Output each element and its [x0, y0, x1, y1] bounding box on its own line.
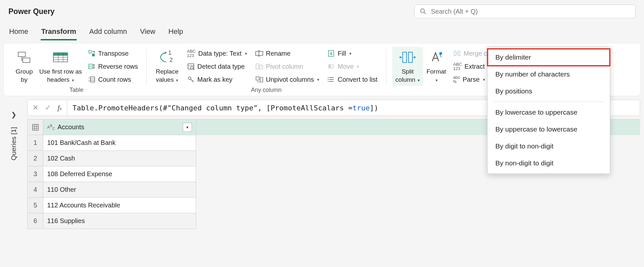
data-type-icon: ABC123: [187, 49, 196, 58]
column-header-label: Accounts: [58, 123, 84, 131]
svg-rect-38: [329, 64, 330, 68]
format-button[interactable]: Format▾: [423, 47, 449, 86]
tab-home[interactable]: Home: [8, 24, 29, 40]
data-cell[interactable]: 108 Deferred Expense: [43, 166, 196, 182]
search-box[interactable]: [414, 5, 636, 18]
tab-view[interactable]: View: [139, 24, 156, 40]
convert-to-list-button[interactable]: Convert to list: [325, 73, 380, 86]
svg-rect-36: [260, 77, 263, 82]
fill-button[interactable]: Fill▾: [325, 47, 380, 60]
row-number[interactable]: 6: [28, 213, 43, 229]
row-number[interactable]: 5: [28, 198, 43, 213]
svg-text:1: 1: [168, 49, 171, 56]
column-header-accounts[interactable]: ABC Accounts ▾: [43, 119, 196, 135]
parse-icon: abc⇆: [453, 75, 460, 84]
row-number[interactable]: 4: [28, 182, 43, 198]
split-column-button[interactable]: Split column ▾: [392, 47, 423, 86]
replace-values-button[interactable]: 12 Replace values ▾: [153, 47, 182, 86]
detect-label: Detect data type: [197, 63, 245, 70]
data-cell[interactable]: 101 Bank/Cash at Bank: [43, 135, 196, 151]
menu-by-positions[interactable]: By positions: [488, 83, 610, 100]
fill-label: Fill: [338, 50, 346, 57]
format-icon: [428, 50, 444, 64]
svg-rect-33: [256, 64, 259, 69]
data-cell[interactable]: 110 Other: [43, 182, 196, 198]
menu-by-num-chars[interactable]: By number of characters: [488, 66, 610, 83]
unpivot-columns-button[interactable]: Unpivot columns▾: [252, 73, 322, 86]
reverse-rows-label: Reverse rows: [98, 63, 138, 70]
grid-corner[interactable]: [28, 119, 43, 135]
unpivot-label: Unpivot columns: [266, 76, 314, 83]
group-by-button[interactable]: Group by: [12, 47, 36, 86]
column-filter-button[interactable]: ▾: [183, 123, 192, 132]
pivot-column-button: Pivot column: [252, 60, 322, 73]
detect-data-type-button[interactable]: Detect data type: [184, 60, 250, 73]
svg-text:2: 2: [88, 79, 90, 82]
data-type-button[interactable]: ABC123 Data type: Text▾: [184, 47, 250, 60]
merge-icon: [453, 49, 461, 57]
app-title: Power Query: [8, 7, 55, 16]
any-column-group-label: Any column: [251, 87, 282, 94]
fx-icon: fx: [56, 104, 64, 112]
count-rows-icon: 12: [88, 76, 96, 83]
tab-help[interactable]: Help: [168, 24, 184, 40]
use-first-row-button[interactable]: Use first row as headers ▾: [36, 47, 85, 86]
move-icon: [327, 63, 335, 70]
move-label: Move: [338, 63, 354, 70]
table-row: 5 112 Accounts Receivable: [28, 198, 640, 213]
pivot-icon: [255, 63, 263, 70]
menu-by-delimiter[interactable]: By delimiter: [488, 49, 610, 66]
svg-rect-5: [53, 53, 68, 56]
svg-rect-29: [256, 51, 263, 55]
row-number[interactable]: 1: [28, 135, 43, 151]
svg-rect-10: [89, 50, 91, 53]
tab-add-column[interactable]: Add column: [88, 24, 127, 40]
formula-text-suffix: ]): [370, 104, 379, 112]
menu-separator: [493, 102, 604, 102]
svg-rect-2: [18, 52, 25, 57]
svg-line-1: [424, 12, 426, 14]
data-cell[interactable]: 116 Supplies: [43, 213, 196, 229]
extract-label: Extract: [464, 63, 485, 70]
menu-by-nondigit-digit[interactable]: By non-digit to digit: [488, 155, 610, 172]
row-number[interactable]: 3: [28, 166, 43, 182]
svg-rect-12: [89, 64, 93, 69]
parse-label: Parse: [463, 76, 479, 83]
replace-values-label: Replace values ▾: [156, 68, 179, 84]
transpose-button[interactable]: Transpose: [85, 47, 141, 60]
formula-accept-button[interactable]: ✓: [43, 104, 52, 112]
ribbon-group-any-column: 12 Replace values ▾ ABC123 Data type: Te…: [148, 47, 385, 94]
svg-text:2: 2: [169, 57, 173, 63]
row-number[interactable]: 2: [28, 151, 43, 166]
search-icon: [420, 8, 426, 15]
pivot-label: Pivot column: [266, 63, 303, 70]
svg-rect-15: [90, 77, 95, 82]
svg-rect-51: [33, 124, 38, 130]
table-headers-icon: [52, 51, 69, 64]
menu-by-lower-upper[interactable]: By lowercase to uppercase: [488, 104, 610, 121]
data-cell[interactable]: 102 Cash: [43, 151, 196, 166]
svg-rect-35: [256, 77, 259, 80]
formula-cancel-button[interactable]: ✕: [31, 104, 40, 112]
split-column-label: Split column ▾: [396, 68, 420, 84]
menu-by-digit-nondigit[interactable]: By digit to non-digit: [488, 138, 610, 155]
rename-label: Rename: [266, 50, 291, 57]
queries-label: Queries [1]: [10, 127, 18, 161]
transpose-icon: [88, 49, 96, 57]
transpose-label: Transpose: [98, 50, 129, 57]
ribbon-tabs: Home Transform Add column View Help: [0, 18, 644, 40]
tab-transform[interactable]: Transform: [41, 24, 77, 40]
replace-values-icon: 12: [158, 49, 176, 65]
format-label: Format▾: [426, 68, 446, 84]
data-cell[interactable]: 112 Accounts Receivable: [43, 198, 196, 213]
expand-queries-button[interactable]: ❯: [8, 109, 20, 120]
reverse-rows-button[interactable]: Reverse rows: [85, 60, 141, 73]
mark-as-key-button[interactable]: Mark as key: [184, 73, 250, 86]
menu-by-upper-lower[interactable]: By uppercase to lowercase: [488, 121, 610, 138]
table-row: 6 116 Supplies: [28, 213, 640, 229]
svg-rect-11: [92, 54, 95, 56]
svg-point-26: [188, 77, 191, 79]
rename-button[interactable]: Rename: [252, 47, 322, 60]
count-rows-button[interactable]: 12 Count rows: [85, 73, 141, 86]
search-input[interactable]: [431, 8, 630, 15]
